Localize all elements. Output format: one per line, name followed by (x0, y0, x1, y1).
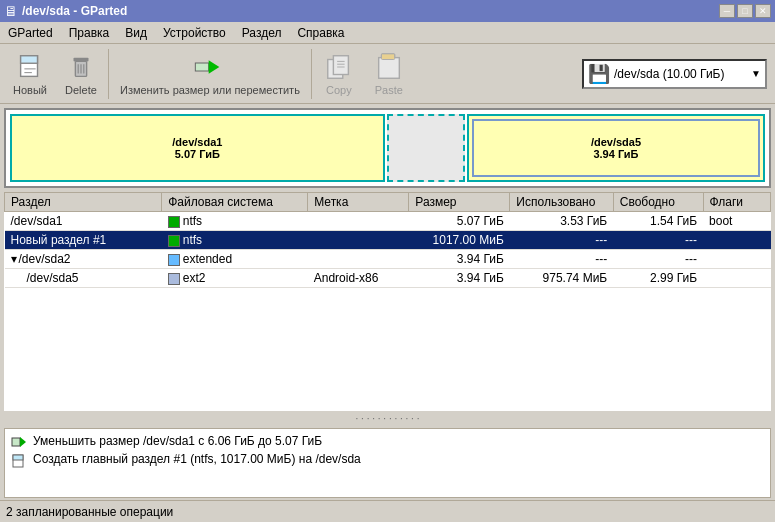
fs-color-swatch (168, 273, 180, 285)
partition-block-sda5-label: /dev/sda5 (591, 136, 641, 148)
copy-label: Copy (326, 84, 352, 96)
partition-table: Раздел Файловая система Метка Размер Исп… (4, 192, 771, 288)
menu-device[interactable]: Устройство (155, 24, 234, 42)
delete-icon (65, 52, 97, 82)
resize-op-icon (11, 434, 27, 450)
paste-icon (373, 52, 405, 82)
disk-icon: 💾 (588, 63, 610, 85)
window-title: /dev/sda - GParted (22, 4, 127, 18)
partition-block-sda1-size: 5.07 ГиБ (175, 148, 220, 160)
cell-used: --- (510, 250, 613, 269)
paste-label: Paste (375, 84, 403, 96)
cell-label: Android-x86 (308, 269, 409, 288)
op-item-1: Уменьшить размер /dev/sda1 с 6.06 ГиБ до… (11, 433, 764, 451)
paste-button[interactable]: Paste (364, 47, 414, 101)
minimize-button[interactable]: ─ (719, 4, 735, 18)
cell-size: 3.94 ГиБ (409, 269, 510, 288)
cell-fs: ext2 (162, 269, 308, 288)
menu-help[interactable]: Справка (289, 24, 352, 42)
svg-rect-12 (333, 55, 348, 74)
device-label: /dev/sda (10.00 ГиБ) (614, 67, 724, 81)
status-text: 2 запланированные операции (6, 505, 173, 519)
create-op-icon (11, 452, 27, 468)
delete-label: Delete (65, 84, 97, 96)
close-button[interactable]: ✕ (755, 4, 771, 18)
menu-view[interactable]: Вид (117, 24, 155, 42)
new-button[interactable]: Новый (4, 47, 56, 101)
menubar: GParted Правка Вид Устройство Раздел Спр… (0, 22, 775, 44)
toolbar-separator-1 (108, 49, 109, 99)
col-header-fs: Файловая система (162, 193, 308, 212)
fs-color-swatch (168, 235, 180, 247)
cell-label (308, 212, 409, 231)
copy-icon (323, 52, 355, 82)
col-header-size: Размер (409, 193, 510, 212)
cell-label (308, 250, 409, 269)
table-row[interactable]: Новый раздел #1ntfs1017.00 МиБ------ (5, 231, 771, 250)
window-controls: ─ □ ✕ (719, 4, 771, 18)
statusbar: 2 запланированные операции (0, 500, 775, 522)
toolbar-separator-2 (311, 49, 312, 99)
op-2-text: Создать главный раздел #1 (ntfs, 1017.00… (33, 452, 361, 466)
new-label: Новый (13, 84, 47, 96)
op-item-2: Создать главный раздел #1 (ntfs, 1017.00… (11, 451, 764, 469)
cell-size: 3.94 ГиБ (409, 250, 510, 269)
partition-block-sda5-size: 3.94 ГиБ (593, 148, 638, 160)
cell-size: 5.07 ГиБ (409, 212, 510, 231)
table-row[interactable]: /dev/sda1ntfs5.07 ГиБ3.53 ГиБ1.54 ГиБboo… (5, 212, 771, 231)
svg-marker-20 (20, 437, 26, 447)
resize-button[interactable]: Изменить размер или переместить (111, 47, 309, 101)
partition-map: /dev/sda1 5.07 ГиБ /dev/sda5 3.94 ГиБ (4, 108, 771, 188)
cell-free: --- (613, 231, 703, 250)
cell-partition: Новый раздел #1 (5, 231, 162, 250)
cell-fs: ntfs (162, 212, 308, 231)
cell-partition: ▾/dev/sda2 (5, 250, 162, 269)
svg-rect-9 (195, 63, 208, 71)
titlebar: 🖥 /dev/sda - GParted ─ □ ✕ (0, 0, 775, 22)
menu-edit[interactable]: Правка (61, 24, 118, 42)
partition-block-sda2[interactable]: /dev/sda5 3.94 ГиБ (467, 114, 765, 182)
cell-flags (703, 231, 770, 250)
menu-partition[interactable]: Раздел (234, 24, 290, 42)
delete-button[interactable]: Delete (56, 47, 106, 101)
svg-rect-1 (21, 55, 38, 63)
cell-partition: /dev/sda1 (5, 212, 162, 231)
fs-color-swatch (168, 254, 180, 266)
cell-size: 1017.00 МиБ (409, 231, 510, 250)
partition-block-sda5[interactable]: /dev/sda5 3.94 ГиБ (472, 119, 760, 177)
resize-move-icon (194, 52, 226, 82)
cell-fs: extended (162, 250, 308, 269)
table-row[interactable]: /dev/sda5ext2Android-x863.94 ГиБ975.74 М… (5, 269, 771, 288)
partition-block-sda1[interactable]: /dev/sda1 5.07 ГиБ (10, 114, 385, 182)
svg-marker-10 (209, 60, 220, 73)
svg-rect-17 (379, 57, 400, 78)
partition-block-unallocated[interactable] (387, 114, 465, 182)
col-header-free: Свободно (613, 193, 703, 212)
menu-gparted[interactable]: GParted (0, 24, 61, 42)
cell-partition: /dev/sda5 (5, 269, 162, 288)
app-icon: 🖥 (4, 3, 18, 19)
cell-free: 2.99 ГиБ (613, 269, 703, 288)
cell-free: --- (613, 250, 703, 269)
cell-fs: ntfs (162, 231, 308, 250)
maximize-button[interactable]: □ (737, 4, 753, 18)
cell-flags (703, 269, 770, 288)
svg-rect-18 (381, 53, 394, 59)
op-1-text: Уменьшить размер /dev/sda1 с 6.06 ГиБ до… (33, 434, 322, 448)
resize-label: Изменить размер или переместить (120, 84, 300, 96)
fs-color-swatch (168, 216, 180, 228)
dots-separator: · · · · · · · · · · · · (0, 411, 775, 426)
col-header-label: Метка (308, 193, 409, 212)
col-header-used: Использовано (510, 193, 613, 212)
copy-button[interactable]: Copy (314, 47, 364, 101)
toolbar: Новый Delete Изменить размер или перемес… (0, 44, 775, 104)
operations-area: Уменьшить размер /dev/sda1 с 6.06 ГиБ до… (4, 428, 771, 498)
svg-rect-19 (12, 438, 20, 446)
table-row[interactable]: ▾/dev/sda2extended3.94 ГиБ------ (5, 250, 771, 269)
partition-table-area: Раздел Файловая система Метка Размер Исп… (4, 192, 771, 411)
device-selector[interactable]: 💾 /dev/sda (10.00 ГиБ) ▼ (582, 59, 767, 89)
cell-free: 1.54 ГиБ (613, 212, 703, 231)
cell-flags: boot (703, 212, 770, 231)
cell-flags (703, 250, 770, 269)
partition-block-sda1-label: /dev/sda1 (172, 136, 222, 148)
